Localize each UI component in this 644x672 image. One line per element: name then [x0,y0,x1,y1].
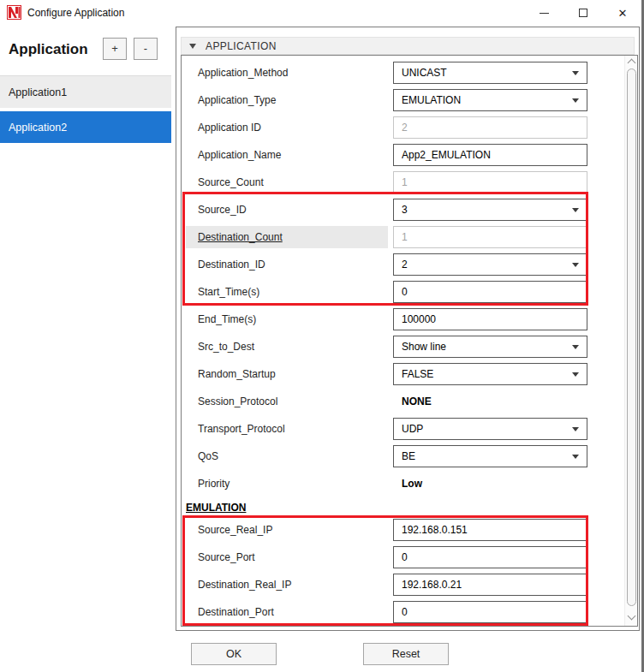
emulation-section-header: EMULATION [182,500,625,519]
property-row-priority: PriorityLow [182,473,625,495]
add-application-button[interactable]: + [103,38,127,60]
reset-button[interactable]: Reset [363,643,449,665]
remove-application-button[interactable]: - [134,38,158,60]
collapse-triangle-icon[interactable] [189,44,196,49]
section-header-label: APPLICATION [206,40,277,52]
property-rows: Application_MethodUNICASTApplication_Typ… [182,56,625,627]
dropdown-random-startup[interactable]: FALSE [393,363,587,385]
property-row-source-id: Source_ID3 [182,199,625,221]
chevron-down-icon [572,372,579,377]
input-destination-port[interactable] [393,601,587,623]
property-row-source-real-ip: Source_Real_IP [182,519,625,541]
scroll-down-icon[interactable] [628,612,636,621]
property-label-destination-id: Destination_ID [182,253,393,276]
configure-application-window: Configure Application ✕ Application + - … [0,0,644,672]
dropdown-src-to-dest[interactable]: Show line [393,336,587,358]
property-row-source-count: Source_Count [182,171,625,193]
property-label-end-time-s: End_Time(s) [182,308,393,330]
property-label-application-type: Application_Type [182,89,393,111]
input-end-time-s[interactable] [393,308,587,330]
input-start-time-s[interactable] [393,281,587,303]
close-button[interactable]: ✕ [607,0,638,26]
property-label-transport-protocol: Transport_Protocol [182,418,393,440]
chevron-down-icon [572,427,579,431]
property-row-destination-real-ip: Destination_Real_IP [182,574,625,596]
property-grid: Application_MethodUNICASTApplication_Typ… [181,55,638,627]
chevron-down-icon [572,71,579,75]
property-label-application-name: Application_Name [182,144,393,166]
application-section-header[interactable]: APPLICATION [181,37,635,55]
application-list-panel: Application + - Application1 Application… [0,26,176,631]
property-label-destination-port: Destination_Port [182,601,393,623]
property-label-priority: Priority [182,473,393,495]
property-label-qos: QoS [182,445,393,467]
property-label-source-count: Source_Count [182,171,393,193]
property-row-application-id: Application ID [182,116,625,139]
window-title: Configure Application [27,7,124,19]
dropdown-transport-protocol[interactable]: UDP [393,418,587,440]
property-label-random-startup: Random_Startup [182,363,393,385]
chevron-down-icon [572,345,579,349]
dropdown-qos[interactable]: BE [393,445,587,467]
static-value-priority: Low [393,473,587,495]
property-row-random-startup: Random_StartupFALSE [182,363,625,385]
property-row-source-port: Source_Port [182,546,625,568]
chevron-down-icon [572,455,579,459]
static-value-session-protocol: NONE [393,390,587,413]
property-row-start-time-s: Start_Time(s) [182,281,625,303]
dropdown-source-id[interactable]: 3 [393,199,587,221]
close-icon: ✕ [618,8,628,19]
title-bar: Configure Application ✕ [0,0,644,26]
property-row-qos: QoSBE [182,445,625,467]
property-row-destination-count: Destination_Count [182,226,625,248]
chevron-down-icon [572,263,579,267]
dropdown-application-method[interactable]: UNICAST [393,62,587,84]
maximize-button[interactable] [568,0,599,26]
maximize-icon [579,9,587,17]
property-label-destination-real-ip: Destination_Real_IP [182,574,393,596]
property-row-destination-port: Destination_Port [182,601,625,623]
dropdown-application-type[interactable]: EMULATION [393,89,587,111]
input-destination-count [393,226,587,248]
chevron-down-icon [572,98,579,103]
input-source-count [393,171,587,193]
netsim-logo-icon [7,5,21,20]
scrollbar-thumb[interactable] [627,68,636,606]
input-source-real-ip[interactable] [393,519,587,541]
panel-title: Application [9,41,88,58]
ok-button[interactable]: OK [191,643,277,665]
dropdown-destination-id[interactable]: 2 [393,253,587,276]
property-row-transport-protocol: Transport_ProtocolUDP [182,418,625,440]
scroll-up-icon[interactable] [628,59,636,68]
property-row-end-time-s: End_Time(s) [182,308,625,330]
property-label-src-to-dest: Src_to_Dest [182,336,393,358]
property-row-application-type: Application_TypeEMULATION [182,89,625,111]
input-destination-real-ip[interactable] [393,574,587,596]
input-source-port[interactable] [393,546,587,568]
property-row-application-method: Application_MethodUNICAST [182,62,625,84]
property-label-source-real-ip: Source_Real_IP [182,519,393,541]
property-row-src-to-dest: Src_to_DestShow line [182,336,625,358]
chevron-down-icon [572,208,579,212]
property-label-session-protocol: Session_Protocol [182,390,393,413]
input-application-name[interactable] [393,144,587,166]
minimize-icon [540,13,549,14]
property-row-destination-id: Destination_ID2 [182,253,625,276]
list-item-application1[interactable]: Application1 [0,76,171,108]
property-label-application-id: Application ID [182,116,393,139]
property-label-source-port: Source_Port [182,546,393,568]
minimize-button[interactable] [528,0,559,26]
property-grid-panel: APPLICATION Application_MethodUNICASTApp… [176,27,640,631]
property-label-destination-count[interactable]: Destination_Count [186,226,388,248]
property-label-start-time-s: Start_Time(s) [182,281,393,303]
property-row-session-protocol: Session_ProtocolNONE [182,390,625,413]
input-application-id [393,116,587,139]
list-item-application2-selected[interactable]: Application2 [0,111,171,143]
property-label-source-id: Source_ID [182,199,393,221]
vertical-scrollbar[interactable] [624,56,637,626]
property-label-application-method: Application_Method [182,62,393,84]
property-row-application-name: Application_Name [182,144,625,166]
